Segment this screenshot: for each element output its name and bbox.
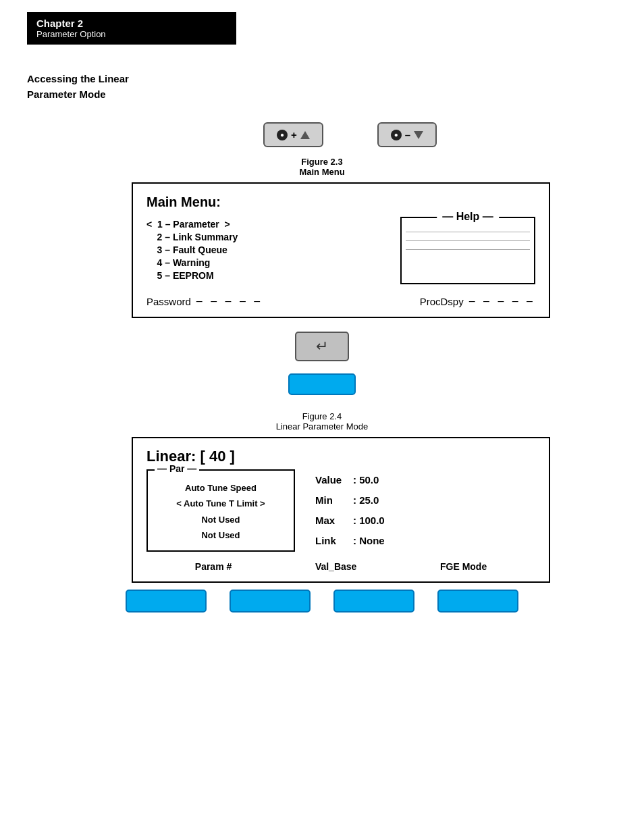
arrow-down-icon	[414, 131, 423, 139]
help-line-1	[406, 232, 530, 232]
link-label: Link	[315, 531, 344, 551]
par-item-auto-tune-speed: Auto Tune Speed	[156, 480, 286, 496]
subtitle-label: Parameter Option	[36, 29, 227, 39]
value-value: : 50.0	[353, 470, 379, 490]
hw-button-row: ● + ● –	[263, 122, 644, 147]
val-base-label: Val_Base	[315, 561, 357, 572]
fge-mode-label: FGE Mode	[440, 561, 487, 572]
bottom-btn-4[interactable]	[437, 590, 518, 613]
minus-label: –	[405, 129, 410, 140]
par-title: ― Par ―	[155, 463, 199, 474]
link-value: : None	[353, 531, 385, 551]
max-value: : 100.0	[353, 511, 385, 531]
enter-button[interactable]: ↵	[295, 332, 349, 361]
bottom-btn-3[interactable]	[333, 590, 414, 613]
param-label: Param #	[195, 561, 232, 572]
linear-values: Value : 50.0 Min : 25.0 Max : 100.0 Link…	[315, 469, 535, 552]
procdspy-field: ProcDspy – – – – –	[420, 295, 535, 307]
figure24-caption: Figure 2.4 Linear Parameter Mode	[0, 411, 644, 432]
bottom-btn-1[interactable]	[126, 590, 207, 613]
value-label: Value	[315, 470, 344, 490]
par-item-auto-tune-limit: < Auto Tune T Limit >	[156, 496, 286, 511]
bottom-buttons-row	[0, 590, 644, 613]
menu-item-4[interactable]: 4 – Warning	[146, 257, 387, 268]
password-label: Password	[146, 296, 191, 307]
max-row: Max : 100.0	[315, 511, 535, 531]
help-lines	[402, 218, 534, 283]
menu-item-2[interactable]: 2 – Link Summary	[146, 232, 387, 242]
min-value: : 25.0	[353, 490, 379, 511]
linear-mode-box: Linear: [ 40 ] ― Par ― Auto Tune Speed <…	[132, 437, 550, 583]
main-menu-title: Main Menu:	[146, 194, 535, 210]
blue-button-1[interactable]	[288, 373, 356, 395]
chapter-label: Chapter 2	[36, 18, 227, 29]
linear-content: ― Par ― Auto Tune Speed < Auto Tune T Li…	[146, 469, 535, 552]
bottom-btn-2[interactable]	[230, 590, 311, 613]
header-box: Chapter 2 Parameter Option	[27, 12, 236, 45]
password-field: Password – – – – –	[146, 295, 263, 307]
help-line-2	[406, 240, 530, 241]
arrow-up-icon	[300, 131, 310, 139]
menu-item-1[interactable]: < 1 – Parameter >	[146, 219, 387, 230]
menu-item-5[interactable]: 5 – EEPROM	[146, 270, 387, 281]
procdspy-value: – – – – –	[469, 295, 535, 307]
figure23-caption: Figure 2.3 Main Menu	[0, 157, 644, 177]
par-item-not-used-1: Not Used	[156, 512, 286, 527]
circle-icon-minus: ●	[391, 130, 402, 140]
plus-label: +	[291, 129, 297, 140]
par-item-not-used-2: Not Used	[156, 527, 286, 543]
decrement-button[interactable]: ● –	[377, 122, 437, 147]
min-row: Min : 25.0	[315, 490, 535, 511]
min-label: Min	[315, 490, 344, 511]
link-row: Link : None	[315, 531, 535, 551]
help-box: ― Help ―	[400, 217, 535, 284]
circle-icon-plus: ●	[277, 130, 288, 140]
password-value: – – – – –	[196, 295, 263, 307]
par-items: Auto Tune Speed < Auto Tune T Limit > No…	[156, 480, 286, 544]
menu-item-3[interactable]: 3 – Fault Queue	[146, 244, 387, 255]
help-title: ― Help ―	[437, 211, 499, 223]
increment-button[interactable]: ● +	[263, 122, 323, 147]
blue-button-row-1	[0, 373, 644, 395]
menu-list: < 1 – Parameter > 2 – Link Summary 3 – F…	[146, 217, 387, 284]
par-box: ― Par ― Auto Tune Speed < Auto Tune T Li…	[146, 469, 295, 552]
section-title: Accessing the Linear Parameter Mode	[27, 72, 644, 102]
enter-button-row: ↵	[0, 332, 644, 361]
value-row: Value : 50.0	[315, 470, 535, 490]
procdspy-label: ProcDspy	[420, 296, 464, 307]
menu-content: < 1 – Parameter > 2 – Link Summary 3 – F…	[146, 217, 535, 284]
enter-icon: ↵	[316, 338, 328, 355]
help-line-3	[406, 249, 530, 250]
linear-footer: Param # Val_Base FGE Mode	[146, 561, 535, 572]
menu-footer: Password – – – – – ProcDspy – – – – –	[146, 295, 535, 307]
max-label: Max	[315, 511, 344, 531]
main-menu-box: Main Menu: < 1 – Parameter > 2 – Link Su…	[132, 182, 550, 318]
linear-title: Linear: [ 40 ]	[146, 448, 535, 465]
